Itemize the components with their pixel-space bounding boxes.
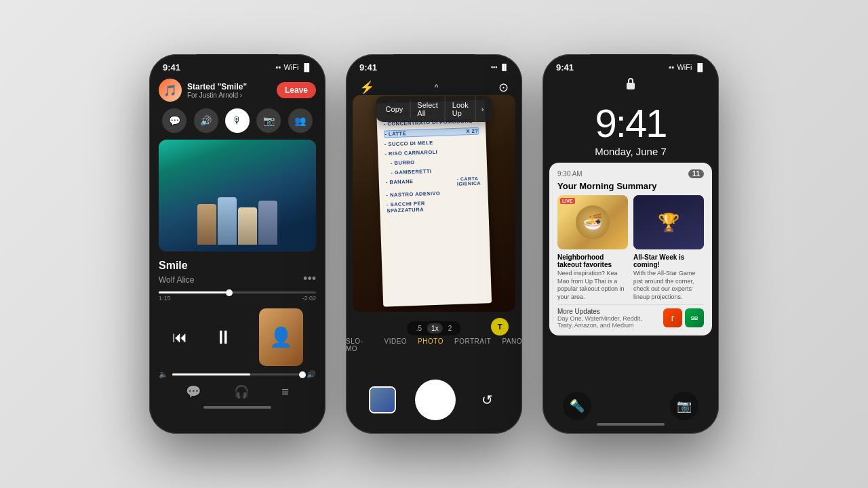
volume-track[interactable] <box>172 373 302 375</box>
bottom-controls: 💬 🎧 ≡ <box>149 380 326 403</box>
home-bar-3 <box>597 423 665 426</box>
notification-images: LIVE 🍜 ESPN 🏆 <box>557 195 704 249</box>
notch-2 <box>393 54 475 73</box>
zoom-05[interactable]: .5 <box>412 323 426 333</box>
reddit-icon: r <box>663 308 682 327</box>
status-time: 9:41 <box>163 62 180 73</box>
volume-bar: 🔈 🔊 <box>149 369 326 380</box>
status-icons-2: ▪▪▪ ▐▌ <box>491 64 509 70</box>
shutter-button[interactable] <box>415 380 456 420</box>
news-badge-1: LIVE <box>560 198 575 204</box>
reddit-app-icon: r <box>663 308 682 327</box>
album-art-inner <box>159 140 316 251</box>
lock-clock: 9:41 <box>542 97 719 146</box>
figure-4 <box>258 201 277 245</box>
band-figures <box>197 197 277 251</box>
sport-image: 🏆 <box>633 195 704 249</box>
live-text-symbol: T <box>498 323 502 331</box>
airplay-button[interactable]: 🎧 <box>234 384 249 399</box>
battery-icon: ▐▌ <box>301 63 312 71</box>
home-bar <box>203 406 271 409</box>
live-text-icon[interactable]: T <box>491 318 509 336</box>
mode-photo[interactable]: PHOTO <box>418 338 443 352</box>
mode-slo-mo[interactable]: SLO-MO <box>346 338 373 352</box>
speaker-button[interactable]: 🔊 <box>194 108 218 133</box>
video-button[interactable]: 📷 <box>256 108 281 133</box>
flashlight-icon: 🔦 <box>570 399 585 413</box>
leave-button[interactable]: Leave <box>277 82 316 98</box>
mode-portrait[interactable]: PORTRAIT <box>454 338 491 352</box>
camera-modes: SLO-MO VIDEO PHOTO PORTRAIT PANO <box>346 338 522 352</box>
note-line-7: - GAMBERETTI <box>391 167 480 176</box>
song-artist: Wolf Alice <box>159 275 194 285</box>
zoom-1x[interactable]: 1x <box>427 323 443 333</box>
progress-bar[interactable]: 1:15 -2:02 <box>159 291 316 302</box>
zoom-controls: .5 1x 2 <box>407 321 461 336</box>
phone-2: 9:41 ▪▪▪ ▐▌ ⚡ ^ ⊙ Copy Select All Look U… <box>346 54 522 434</box>
camera-icon: 📷 <box>677 399 692 413</box>
signal-icon-2: ▪▪▪ <box>491 64 498 70</box>
camera-top-bar: ⚡ ^ ⊙ <box>346 76 522 99</box>
sport-icon: 🏆 <box>658 212 679 233</box>
news-image-2: ESPN 🏆 <box>633 195 704 249</box>
status-time-2: 9:41 <box>359 62 377 73</box>
wifi-icon: WiFi <box>283 63 298 71</box>
chevron-up-icon[interactable]: ^ <box>435 83 439 92</box>
camera-viewfinder: - PETTI DI POLLO - CONCENTRATO DI POMODO… <box>353 95 515 312</box>
flash-icon[interactable]: ⚡ <box>359 80 374 95</box>
note-line-5: - RISO CARNAROLI <box>384 148 479 157</box>
figure-3 <box>238 207 257 245</box>
lyric-button[interactable]: 💬 <box>186 384 201 399</box>
camera-shortcut-button[interactable]: 📷 <box>670 392 698 420</box>
more-updates-title: More Updates <box>557 308 658 315</box>
volume-max-icon: 🔊 <box>307 370 316 379</box>
pause-button[interactable]: ⏸ <box>214 326 233 348</box>
flashlight-button[interactable]: 🔦 <box>563 392 591 420</box>
notch <box>197 54 278 73</box>
notification-card[interactable]: 9:30 AM 11 Your Morning Summary LIVE 🍜 E… <box>549 163 712 336</box>
notification-time: 9:30 AM <box>557 170 583 178</box>
lock-time: 9:41 <box>542 104 719 143</box>
svg-rect-0 <box>627 83 635 89</box>
phone3-screen: 9:41 ▪▪▪ WiFi ▐▌ 9:41 Monday, June 7 9:3… <box>542 54 719 434</box>
queue-button[interactable]: ≡ <box>281 385 289 399</box>
notification-app-icons: r SB <box>663 308 704 327</box>
facetime-info: Started "Smile" For Justin Arnold › <box>187 82 271 99</box>
chat-button[interactable]: 💬 <box>162 108 186 133</box>
battery-icon-3: ▐▌ <box>694 63 705 71</box>
thumbnail-preview[interactable] <box>369 386 396 413</box>
facetime-header: 🎵 Started "Smile" For Justin Arnold › Le… <box>149 76 326 104</box>
news-item-2: All-Star Week is coming! With the All-St… <box>633 253 704 302</box>
menu-arrow[interactable]: › <box>476 100 490 118</box>
zoom-2[interactable]: 2 <box>444 323 456 333</box>
mode-video[interactable]: VIDEO <box>384 338 407 352</box>
stepbet-app-icon: SB <box>685 308 704 327</box>
wifi-icon-3: WiFi <box>677 63 692 71</box>
news-title-2: All-Star Week is coming! <box>633 253 704 268</box>
contact-avatar: 🎵 <box>159 79 182 102</box>
flip-camera-button[interactable]: ↺ <box>475 388 499 412</box>
lock-icon <box>542 76 719 94</box>
select-all-menu-item[interactable]: Select All <box>410 96 446 122</box>
live-photo-icon[interactable]: ⊙ <box>498 80 509 95</box>
battery-icon-2: ▐▌ <box>500 64 509 70</box>
volume-knob <box>299 371 306 378</box>
mode-pano[interactable]: PANO <box>502 338 522 352</box>
rewind-button[interactable]: ⏮ <box>172 329 187 346</box>
person-button[interactable]: 👥 <box>288 108 313 133</box>
note-line-4: - SUCCO DI MELE <box>384 138 479 148</box>
facetime-subtitle: For Justin Arnold › <box>187 92 271 99</box>
news-text-row: Neighborhood takeout favorites Need insp… <box>557 253 704 302</box>
mic-button[interactable]: 🎙 <box>225 108 250 133</box>
note-line-10: - SACCHI PERSPAZZATURA <box>387 199 482 214</box>
time-remaining: -2:02 <box>302 295 316 302</box>
pip-video[interactable]: 👤 <box>259 308 303 366</box>
more-options-icon[interactable]: ••• <box>303 272 316 286</box>
notification-footer: More Updates Day One, WaterMinder, Reddi… <box>557 304 704 329</box>
look-up-menu-item[interactable]: Look Up <box>446 96 476 122</box>
more-updates-body: Day One, WaterMinder, Reddit, Tasty, Ama… <box>557 315 658 329</box>
notification-badge: 11 <box>688 169 704 178</box>
food-circle: 🍜 <box>576 205 610 239</box>
copy-menu-item[interactable]: Copy <box>379 100 411 118</box>
progress-fill <box>159 291 229 293</box>
